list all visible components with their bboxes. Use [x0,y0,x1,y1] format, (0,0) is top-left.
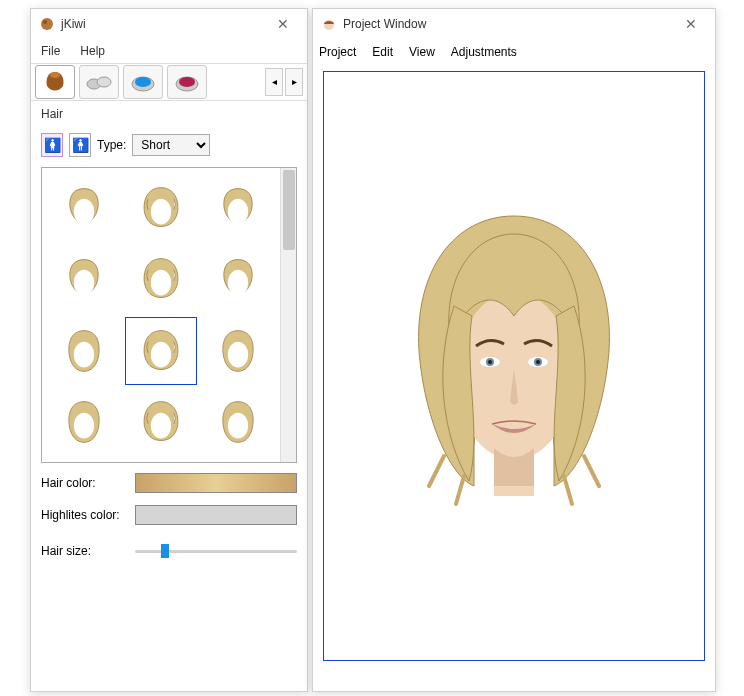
hair-color-label: Hair color: [41,476,127,490]
category-toolbar: ◂ ▸ [31,63,307,101]
menu-view[interactable]: View [409,45,435,59]
svg-point-0 [41,18,53,30]
scrollbar-thumb[interactable] [283,170,295,250]
slider-track [135,550,297,553]
hair-size-slider[interactable] [135,541,297,561]
titlebar: jKiwi ✕ [31,9,307,39]
menubar: Project Edit View Adjustments [313,39,715,65]
svg-point-12 [74,270,94,296]
project-window: Project Window ✕ Project Edit View Adjus… [312,8,716,692]
highlites-row: Highlites color: [31,499,307,531]
hair-item[interactable] [201,389,274,457]
svg-point-20 [228,413,248,439]
section-label: Hair [31,101,307,127]
tab-nav: ◂ ▸ [265,68,303,96]
menu-project[interactable]: Project [319,45,356,59]
scrollbar[interactable] [280,168,296,462]
svg-point-2 [50,72,60,78]
type-select[interactable]: Short [132,134,210,156]
hair-color-row: Hair color: [31,467,307,499]
tab-next-button[interactable]: ▸ [285,68,303,96]
svg-point-16 [151,342,171,368]
close-icon[interactable]: ✕ [267,13,299,35]
app-icon [39,16,55,32]
tab-prev-button[interactable]: ◂ [265,68,283,96]
app-icon [321,16,337,32]
menu-help[interactable]: Help [76,42,109,60]
gender-type-row: 🚺 🚹 Type: Short [31,127,307,163]
hair-item[interactable] [48,389,121,457]
menu-adjustments[interactable]: Adjustments [451,45,517,59]
titlebar: Project Window ✕ [313,9,715,39]
gender-male-button[interactable]: 🚹 [69,133,91,157]
highlites-swatch[interactable] [135,505,297,525]
female-icon: 🚺 [44,137,61,153]
hair-item[interactable] [48,246,121,314]
svg-point-8 [179,77,195,87]
hair-color-swatch[interactable] [135,473,297,493]
hair-item[interactable] [125,246,198,314]
svg-point-6 [135,77,151,87]
close-icon[interactable]: ✕ [675,13,707,35]
svg-point-11 [228,199,248,225]
hair-item[interactable] [125,174,198,242]
svg-point-10 [151,199,171,225]
svg-point-13 [151,270,171,296]
tab-eyeshadow[interactable] [123,65,163,99]
tab-lipstick[interactable] [167,65,207,99]
svg-point-18 [74,413,94,439]
hair-grid [42,168,280,462]
menu-file[interactable]: File [37,42,64,60]
canvas[interactable] [323,71,705,661]
svg-point-1 [43,20,47,24]
svg-point-4 [97,77,111,87]
hair-item[interactable] [48,317,121,385]
tab-accessories[interactable] [79,65,119,99]
hair-size-row: Hair size: [31,531,307,571]
preview-portrait [364,186,664,546]
hair-size-label: Hair size: [41,544,127,558]
svg-point-15 [74,342,94,368]
gender-female-button[interactable]: 🚺 [41,133,63,157]
svg-point-9 [74,199,94,225]
type-label: Type: [97,138,126,152]
hair-item[interactable] [201,174,274,242]
hair-item[interactable] [201,317,274,385]
highlites-label: Highlites color: [41,508,127,522]
svg-point-19 [151,413,171,439]
menu-edit[interactable]: Edit [372,45,393,59]
svg-point-14 [228,270,248,296]
window-title: Project Window [343,17,675,31]
hair-item[interactable] [48,174,121,242]
window-title: jKiwi [61,17,267,31]
hair-grid-panel [41,167,297,463]
male-icon: 🚹 [72,137,89,153]
hair-item[interactable] [201,246,274,314]
hair-item[interactable] [125,317,198,385]
tab-hair[interactable] [35,65,75,99]
svg-point-26 [488,360,492,364]
slider-thumb[interactable] [161,544,169,558]
menubar: File Help [31,39,307,63]
hair-item[interactable] [125,389,198,457]
svg-point-29 [536,360,540,364]
tools-window: jKiwi ✕ File Help ◂ ▸ Hair 🚺 🚹 Type: Sho… [30,8,308,692]
svg-point-17 [228,342,248,368]
